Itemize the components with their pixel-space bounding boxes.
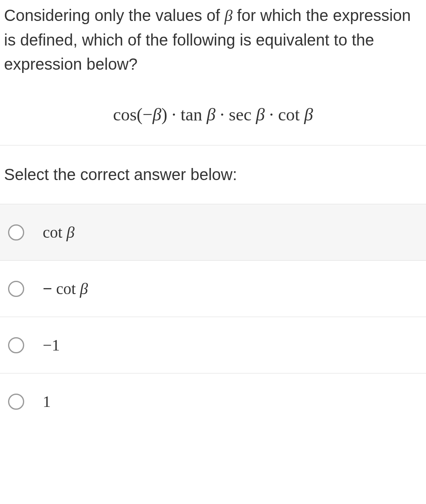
- option-row[interactable]: cot β: [0, 204, 426, 261]
- answer-prompt: Select the correct answer below:: [0, 145, 426, 204]
- stem-variable: β: [224, 6, 233, 25]
- radio-icon: [8, 281, 24, 297]
- options-list: cot β − cot β −1 1: [0, 204, 426, 429]
- option-label: − cot β: [43, 279, 88, 298]
- option-row[interactable]: − cot β: [0, 261, 426, 317]
- option-label: 1: [43, 392, 51, 411]
- radio-icon: [8, 394, 24, 410]
- radio-icon: [8, 337, 24, 353]
- option-label: cot β: [43, 223, 75, 242]
- radio-icon: [8, 224, 24, 241]
- option-row[interactable]: −1: [0, 317, 426, 373]
- option-label: −1: [43, 336, 60, 355]
- math-expression: cos(−β) · tan β · sec β · cot β: [0, 92, 426, 145]
- option-row[interactable]: 1: [0, 373, 426, 429]
- question-stem: Considering only the values of β for whi…: [0, 0, 426, 92]
- stem-part-1: Considering only the values of: [4, 6, 224, 24]
